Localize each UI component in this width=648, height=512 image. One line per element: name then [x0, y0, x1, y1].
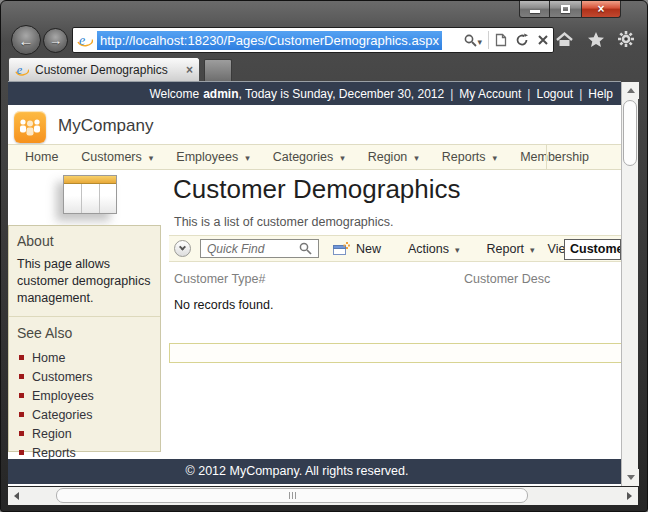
date-text: , Today is Sunday, December 30, 2012 [239, 87, 445, 101]
horizontal-scroll-thumb[interactable] [56, 488, 528, 503]
tab-close-icon[interactable]: × [186, 64, 193, 76]
nav-item-home[interactable]: Home [25, 150, 58, 164]
nav-label: Home [25, 150, 58, 164]
main-navigation: Home Customers Employees Categories Regi… [8, 144, 621, 170]
scroll-left-button[interactable] [8, 487, 25, 505]
tab-customer-demographics[interactable]: e Customer Demographics × [8, 57, 200, 81]
nav-item-region[interactable]: Region [368, 150, 419, 164]
vertical-scroll-thumb[interactable] [623, 100, 637, 166]
divider: | [579, 87, 582, 101]
link-label: Categories [32, 408, 92, 422]
scroll-up-button[interactable] [622, 82, 639, 99]
settings-gear-button[interactable] [617, 30, 635, 48]
sidebar: About This page allows customer demograp… [8, 225, 161, 452]
compatibility-view-button[interactable] [491, 28, 511, 52]
close-button[interactable]: × [581, 1, 621, 18]
nav-item-reports[interactable]: Reports [442, 150, 497, 164]
report-menu-button[interactable]: Report [487, 242, 535, 256]
nav-item-membership[interactable]: Membership [520, 150, 589, 164]
minimize-button[interactable] [519, 1, 550, 18]
welcome-text: Welcome [149, 87, 199, 101]
chevron-down-icon [414, 150, 419, 164]
arrow-down-icon [627, 475, 635, 480]
chevron-down-icon [149, 150, 154, 164]
page-viewport: Welcome admin , Today is Sunday, Decembe… [8, 81, 621, 486]
compatibility-page-icon [495, 33, 507, 47]
report-label: Report [487, 242, 525, 256]
scroll-down-button[interactable] [622, 469, 639, 486]
chevron-down-icon [493, 150, 498, 164]
forward-arrow-icon: → [49, 33, 62, 48]
search-icon[interactable] [299, 242, 312, 255]
sidebar-link-home[interactable]: Home [17, 348, 152, 367]
copyright-text: © 2012 MyCompany. All rights reserved. [8, 464, 586, 478]
sidebar-link-employees[interactable]: Employees [17, 386, 152, 405]
refresh-button[interactable] [511, 28, 533, 52]
quick-find-input[interactable] [207, 242, 299, 256]
bullet-icon [19, 450, 24, 455]
window-caption-buttons: × [519, 1, 621, 18]
link-label: Customers [32, 370, 92, 384]
divider: | [527, 87, 530, 101]
url-text[interactable]: http://localhost:18230/Pages/CustomerDem… [97, 31, 442, 50]
vertical-scrollbar[interactable] [621, 82, 638, 486]
empty-message: No records found. [174, 298, 273, 312]
my-account-link[interactable]: My Account [459, 87, 521, 101]
search-icon [464, 34, 477, 47]
chevron-down-icon [340, 150, 345, 164]
minimize-icon [530, 10, 540, 13]
column-header-customer-type[interactable]: Customer Type# [174, 272, 265, 286]
favorites-star-button[interactable] [587, 31, 605, 48]
browser-window: × ← → e http://localhost:18230/Pages/Cus… [0, 0, 648, 512]
new-tab-button[interactable] [204, 59, 232, 81]
nav-item-employees[interactable]: Employees [176, 150, 249, 164]
chevron-down-icon [245, 150, 250, 164]
new-record-icon [333, 242, 350, 256]
sidebar-link-region[interactable]: Region [17, 424, 152, 443]
maximize-button[interactable] [550, 1, 581, 18]
sidebar-link-categories[interactable]: Categories [17, 405, 152, 424]
grip-icon [289, 492, 290, 499]
nav-item-customers[interactable]: Customers [81, 150, 153, 164]
horizontal-scrollbar[interactable] [8, 487, 638, 505]
chevron-down-icon [530, 242, 535, 256]
new-button[interactable]: New [333, 242, 381, 256]
logout-link[interactable]: Logout [536, 87, 573, 101]
nav-label: Customers [81, 150, 141, 164]
company-logo[interactable] [14, 111, 46, 143]
site-footer: © 2012 MyCompany. All rights reserved. [8, 459, 621, 484]
username: admin [203, 87, 238, 101]
grip-icon [292, 492, 293, 499]
bullet-icon [19, 393, 24, 398]
back-button[interactable]: ← [11, 25, 41, 55]
search-dropdown-icon [477, 31, 482, 49]
forward-button[interactable]: → [43, 28, 68, 53]
grip-icon [295, 492, 296, 499]
maximize-icon [561, 5, 570, 13]
tab-strip: e Customer Demographics × [1, 56, 647, 81]
home-button[interactable] [555, 31, 574, 48]
column-header-customer-desc[interactable]: Customer Desc [464, 272, 550, 286]
address-bar[interactable]: e http://localhost:18230/Pages/CustomerD… [72, 27, 554, 53]
nav-label: Reports [442, 150, 486, 164]
nav-item-categories[interactable]: Categories [273, 150, 345, 164]
search-button[interactable] [460, 28, 486, 52]
actions-menu-button[interactable]: Actions [408, 242, 460, 256]
company-name[interactable]: MyCompany [58, 116, 153, 136]
help-link[interactable]: Help [588, 87, 613, 101]
grid-toolbar: New Actions Report View: Customer Demogr… [169, 235, 621, 262]
ie-tab-favicon-icon: e [15, 63, 29, 77]
tab-title: Customer Demographics [35, 63, 168, 77]
divider [546, 145, 547, 169]
table-illustration-body [64, 184, 116, 213]
nav-label: Region [368, 150, 408, 164]
sidebar-link-customers[interactable]: Customers [17, 367, 152, 386]
link-label: Reports [32, 446, 76, 460]
address-bar-buttons [460, 28, 553, 52]
collapse-search-button[interactable] [174, 240, 191, 257]
see-also-heading: See Also [17, 325, 152, 341]
back-arrow-icon: ← [19, 32, 34, 49]
scroll-right-button[interactable] [621, 487, 638, 505]
view-select[interactable]: Customer Demographics [564, 239, 621, 260]
stop-button[interactable] [533, 28, 553, 52]
